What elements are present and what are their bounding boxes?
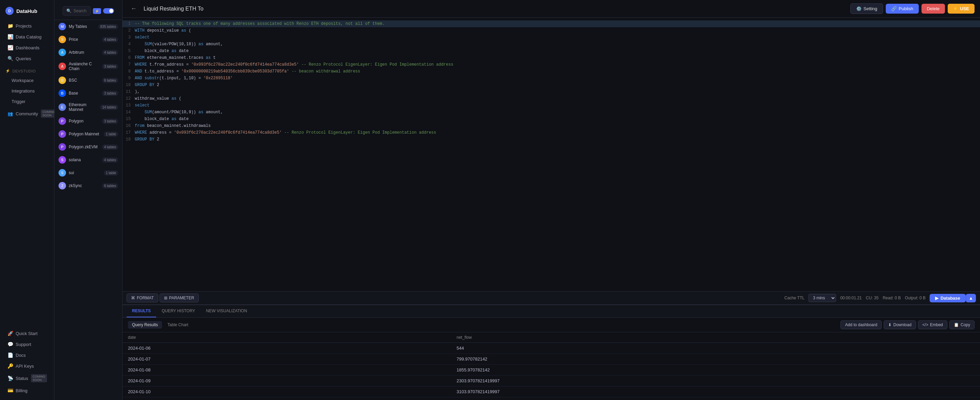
embed-button[interactable]: </> Embed [918,321,947,329]
chain-icon: B [59,89,66,97]
use-button[interactable]: ⚡ USE [948,4,975,14]
add-dashboard-button[interactable]: Add to dashboard [840,321,882,329]
code-line: 13select [123,102,980,109]
sidebar-item-quick-start[interactable]: 🚀 Quick Start [2,328,52,339]
line-content: select [135,102,980,109]
copy-button[interactable]: 📋 Copy [950,321,975,329]
chain-item[interactable]: P Polygon zkEVM 4 tables [54,140,122,153]
chain-name: solana [69,157,99,162]
chain-icon: P [59,143,66,151]
line-content: GROUP BY 2 [135,82,980,89]
cell-net-flow: 2303.9707821419997 [451,376,980,386]
tables-list: M My Tables 835 tables S Price 4 tables … [54,20,122,400]
exec-time: 00:00:01.21 [840,295,862,300]
cell-net-flow: 544 [451,343,980,354]
output-stat: Output: 0 B [905,295,926,300]
projects-icon: 📁 [8,23,13,29]
chain-name: Avalanche C Chain [69,62,99,71]
chain-item[interactable]: S solana 4 tables [54,153,122,166]
chain-item[interactable]: S Price 4 tables [54,33,122,46]
delete-button[interactable]: Delete [921,4,945,14]
results-content: Query Results Table Chart Add to dashboa… [123,318,980,400]
code-line: 12withdraw_value as ( [123,95,980,102]
download-button[interactable]: ⬇ Download [884,321,916,329]
cu-stat: CU: 35 [866,295,878,300]
my-tables-group[interactable]: M My Tables 835 tables [54,20,122,33]
chain-item[interactable]: A Avalanche C Chain 3 tables [54,59,122,74]
tab-new-visualization[interactable]: NEW VISUALIZATION [201,305,253,317]
code-line: 16from beacon_mainnet.withdrawals [123,122,980,129]
search-box[interactable]: 🔍 [63,6,91,16]
line-content: from beacon_mainnet.withdrawals [135,122,980,129]
bolt-button[interactable]: ⚡ [93,8,101,14]
results-section: RESULTS QUERY HISTORY NEW VISUALIZATION … [123,305,980,400]
chain-item[interactable]: A Arbitrum 4 tables [54,46,122,59]
devstudio-label: DevStudio [13,69,36,73]
sidebar-label-queries: Queries [16,56,31,61]
table-row: 2024-01-10 3103.9707821419997 [123,386,980,397]
top-bar: ← Liquid Restaking ETH To ⚙️ Setting 🔗 P… [123,0,980,18]
app-logo[interactable]: D DataHub [0,4,54,21]
chain-icon: Z [59,182,66,189]
line-number: 12 [123,95,135,102]
setting-button[interactable]: ⚙️ Setting [850,3,883,14]
format-icon: ⌘ [131,295,135,300]
toggle-switch[interactable] [103,8,114,14]
results-table-scroll[interactable]: date net_flow 2024-01-06 544 2024-01-07 … [123,332,980,400]
search-input[interactable] [73,8,87,13]
sidebar-item-support[interactable]: 💬 Support [2,339,52,350]
chain-name: Polygon Mainnet [69,132,101,137]
tab-query-history[interactable]: QUERY HISTORY [156,305,200,317]
line-content: WHERE t.from_address = '0x093f6c270ac22e… [135,61,980,68]
publish-button[interactable]: 🔗 Publish [886,4,919,14]
format-button[interactable]: ⌘ FORMAT [127,294,158,302]
sidebar-item-api-keys[interactable]: 🔑 API Keys [2,360,52,371]
sidebar-item-trigger[interactable]: Trigger [2,96,52,107]
sidebar-item-billing[interactable]: 💳 Billing [2,385,52,396]
sidebar-item-data-catalog[interactable]: 📊 Data Catalog [2,31,52,42]
sidebar-item-docs[interactable]: 📄 Docs [2,350,52,360]
cache-select[interactable]: 3 mins 5 mins 10 mins [808,294,836,302]
code-editor[interactable]: 1-- The following SQL tracks one of many… [123,18,980,291]
sidebar-label-data-catalog: Data Catalog [16,34,41,40]
editor-toolbar: ⌘ FORMAT ⊞ PARAMETER Cache TTL 3 mins 5 … [123,291,980,305]
sidebar-item-integrations[interactable]: Integrations [2,86,52,96]
chain-icon: S [59,169,66,176]
devstudio-header[interactable]: ⚡ DevStudio [0,67,54,75]
run-button[interactable]: ▶ Database [930,294,966,302]
parameter-button[interactable]: ⊞ PARAMETER [159,294,199,302]
sidebar-item-status[interactable]: 📡 Status COMING SOON [2,371,52,385]
sidebar-item-workspace[interactable]: Workspace [2,75,52,86]
sidebar-item-dashboards[interactable]: 📈 Dashboards [2,42,52,53]
sidebar-item-queries[interactable]: 🔍 Queries [2,53,52,64]
chain-item[interactable]: P Polygon Mainnet 1 table [54,127,122,140]
view-tab-query-results[interactable]: Query Results [128,321,162,329]
chain-item[interactable]: P Polygon 3 tables [54,114,122,127]
chain-item[interactable]: E Ethereum Mainnet 14 tables [54,100,122,114]
code-line: 9AND substr(t.input, 1,10) = '0x22895118… [123,75,980,82]
sidebar-item-projects[interactable]: 📁 Projects [2,21,52,31]
search-icon: 🔍 [66,8,72,13]
docs-label: Docs [16,353,26,358]
sidebar-item-community[interactable]: 👥 Community COMING SOON [2,107,52,121]
chain-name: Polygon [69,119,99,124]
chain-table-count: 3 tables [102,64,118,69]
view-tab-table-chart[interactable]: Table Chart [163,321,192,329]
chain-item[interactable]: B BSC 6 tables [54,74,122,87]
status-badge: COMING SOON [31,374,47,382]
chain-item[interactable]: B Base 3 tables [54,87,122,100]
docs-icon: 📄 [8,352,13,358]
chain-item[interactable]: S sui 1 table [54,166,122,179]
run-chevron-button[interactable]: ▲ [966,294,976,302]
chain-table-count: 1 table [104,170,118,176]
chain-table-count: 3 tables [102,91,118,96]
back-button[interactable]: ← [128,4,140,14]
chain-table-count: 4 tables [102,50,118,55]
code-line: 17WHERE address = '0x093f6c270ac22ec240f… [123,129,980,136]
tab-results[interactable]: RESULTS [127,305,156,317]
line-number: 10 [123,82,135,89]
line-content: SUM(amount/POW(10,9)) as amount, [135,109,980,116]
chain-item[interactable]: Z zkSync 6 tables [54,179,122,192]
workspace-label: Workspace [11,78,34,83]
chains-list: S Price 4 tables A Arbitrum 4 tables A A… [54,33,122,192]
